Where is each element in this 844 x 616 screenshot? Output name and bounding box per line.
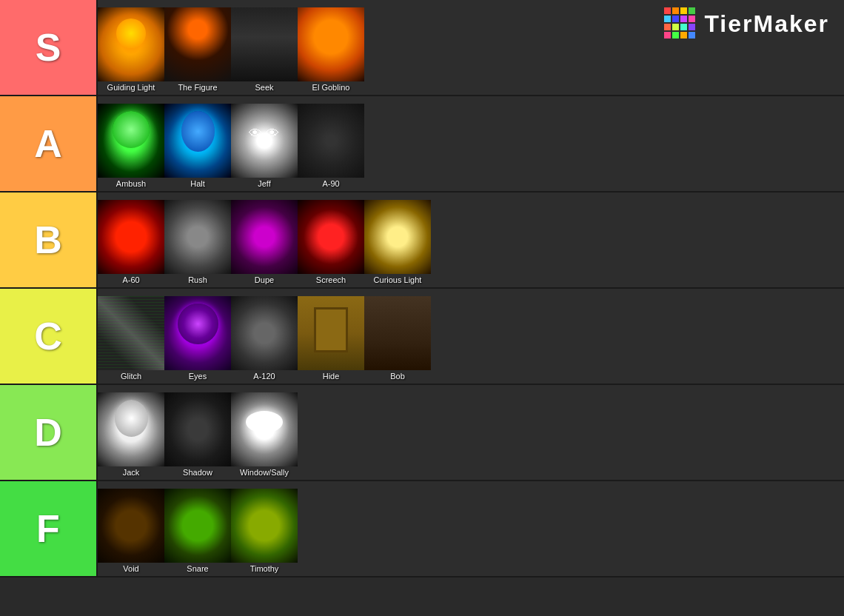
tier-item-img-jeff [231, 104, 298, 178]
tier-item-img-glitch [98, 296, 164, 370]
tier-item-label-snare: Snare [187, 564, 208, 573]
tier-row-d: DJackShadowWindow/Sally [0, 385, 844, 481]
tier-item-label-dupe: Dupe [255, 275, 274, 284]
tier-item-shadow[interactable]: Shadow [164, 385, 231, 480]
tier-item-guiding-light[interactable]: Guiding Light [98, 0, 164, 95]
tier-item-img-dupe [231, 200, 298, 274]
tiermaker-logo-icon [664, 7, 697, 40]
tier-label-b: B [0, 192, 96, 287]
svg-rect-9 [672, 24, 679, 30]
tier-item-img-a-120 [231, 296, 298, 370]
tier-item-label-halt: Halt [190, 179, 205, 188]
svg-rect-4 [664, 16, 671, 22]
tier-item-glitch[interactable]: Glitch [98, 289, 164, 384]
tier-item-label-a-60: A-60 [122, 275, 139, 284]
tier-items-b: A-60RushDupeScreechCurious Light [96, 192, 844, 287]
tier-item-img-snare [164, 489, 231, 563]
tier-item-label-el-goblino: El Goblino [312, 83, 350, 92]
tier-item-img-timothy [231, 489, 298, 563]
svg-rect-0 [664, 7, 671, 14]
tier-item-curious-light[interactable]: Curious Light [364, 192, 431, 287]
tier-item-window-sally[interactable]: Window/Sally [231, 385, 298, 480]
tier-item-img-a-60 [98, 200, 164, 274]
tier-row-f: FVoidSnareTimothy [0, 481, 844, 578]
tier-item-label-hide: Hide [323, 372, 340, 381]
tier-item-label-rush: Rush [188, 275, 207, 284]
tier-item-img-hide [298, 296, 364, 370]
tier-item-label-window-sally: Window/Sally [240, 468, 289, 477]
tier-item-a-60[interactable]: A-60 [98, 192, 164, 287]
svg-rect-1 [672, 7, 679, 14]
svg-rect-15 [689, 32, 695, 38]
svg-rect-8 [664, 24, 671, 30]
tier-items-d: JackShadowWindow/Sally [96, 385, 844, 480]
tier-item-label-timothy: Timothy [250, 564, 279, 573]
tier-item-label-guiding-light: Guiding Light [107, 83, 155, 92]
tier-item-label-curious-light: Curious Light [374, 275, 422, 284]
tier-item-ambush[interactable]: Ambush [98, 96, 164, 191]
tier-item-void[interactable]: Void [98, 481, 164, 576]
tier-label-c: C [0, 289, 96, 384]
tier-item-img-void [98, 489, 164, 563]
tier-item-img-rush [164, 200, 231, 274]
tier-item-label-glitch: Glitch [121, 372, 141, 381]
tier-item-label-ambush: Ambush [116, 179, 146, 188]
tier-row-b: BA-60RushDupeScreechCurious Light [0, 192, 844, 289]
tier-item-img-eyes [164, 296, 231, 370]
tier-item-label-a-90: A-90 [322, 179, 339, 188]
tier-item-img-el-goblino [298, 7, 364, 81]
tier-item-timothy[interactable]: Timothy [231, 481, 298, 576]
tier-item-img-jack [98, 392, 164, 466]
tier-item-rush[interactable]: Rush [164, 192, 231, 287]
tier-item-img-shadow [164, 392, 231, 466]
tier-item-label-a-120: A-120 [253, 372, 275, 381]
tier-item-img-curious-light [364, 200, 431, 274]
tier-row-c: CGlitchEyesA-120HideBob [0, 289, 844, 385]
tier-item-label-jeff: Jeff [258, 179, 271, 188]
tier-item-bob[interactable]: Bob [364, 289, 431, 384]
tier-item-label-seek: Seek [255, 83, 273, 92]
tier-item-img-screech [298, 200, 364, 274]
svg-rect-6 [680, 16, 687, 22]
app-title: TierMaker [704, 10, 829, 38]
tier-item-dupe[interactable]: Dupe [231, 192, 298, 287]
tier-item-el-goblino[interactable]: El Goblino [298, 0, 364, 95]
tier-item-label-the-figure: The Figure [178, 83, 217, 92]
tier-item-hide[interactable]: Hide [298, 289, 364, 384]
svg-rect-14 [680, 32, 687, 38]
tier-item-the-figure[interactable]: The Figure [164, 0, 231, 95]
svg-rect-10 [680, 24, 687, 30]
tier-item-label-screech: Screech [316, 275, 346, 284]
tier-item-img-bob [364, 296, 431, 370]
tier-item-label-shadow: Shadow [183, 468, 212, 477]
tier-table: SGuiding LightThe FigureSeekEl GoblinoAA… [0, 0, 844, 578]
tier-item-screech[interactable]: Screech [298, 192, 364, 287]
tier-item-a-120[interactable]: A-120 [231, 289, 298, 384]
tier-item-img-seek [231, 7, 298, 81]
svg-rect-12 [664, 32, 671, 38]
svg-rect-5 [672, 16, 679, 22]
tier-item-label-eyes: Eyes [189, 372, 207, 381]
tier-items-c: GlitchEyesA-120HideBob [96, 289, 844, 384]
tier-item-eyes[interactable]: Eyes [164, 289, 231, 384]
tier-item-img-window-sally [231, 392, 298, 466]
tier-item-halt[interactable]: Halt [164, 96, 231, 191]
svg-rect-13 [672, 32, 679, 38]
tier-item-img-ambush [98, 104, 164, 178]
tier-item-a-90[interactable]: A-90 [298, 96, 364, 191]
tier-item-snare[interactable]: Snare [164, 481, 231, 576]
svg-rect-3 [689, 7, 695, 14]
tier-label-a: A [0, 96, 96, 191]
tier-item-jack[interactable]: Jack [98, 385, 164, 480]
tier-item-jeff[interactable]: Jeff [231, 96, 298, 191]
svg-rect-7 [689, 16, 695, 22]
tier-item-img-guiding-light [98, 7, 164, 81]
svg-rect-11 [689, 24, 695, 30]
tier-items-a: AmbushHaltJeffA-90 [96, 96, 844, 191]
tier-item-seek[interactable]: Seek [231, 0, 298, 95]
tier-item-img-a-90 [298, 104, 364, 178]
svg-rect-2 [680, 7, 687, 14]
tiermaker-header: TierMaker [664, 7, 829, 40]
tier-item-label-jack: Jack [123, 468, 140, 477]
tier-label-f: F [0, 481, 96, 576]
